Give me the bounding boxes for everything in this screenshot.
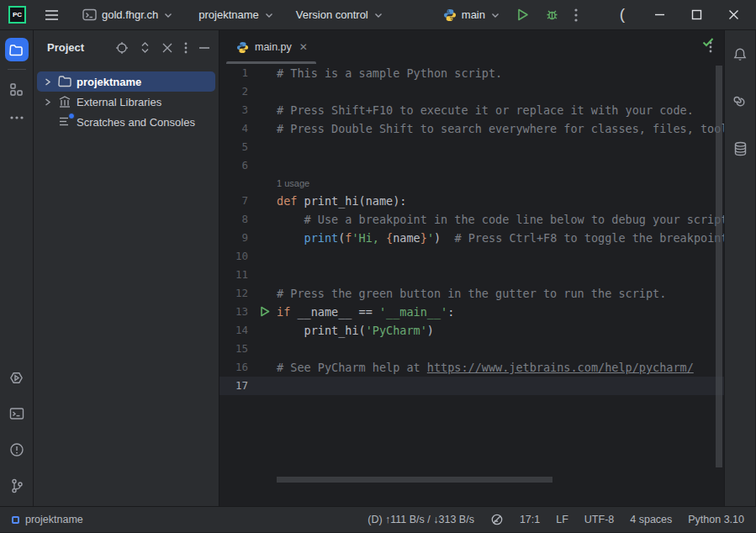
editor-column: main.py ✕ 1# This is a sample Python scr… xyxy=(219,30,724,506)
locate-file-icon[interactable] xyxy=(115,41,129,55)
tree-item-scratches[interactable]: Scratches and Consoles xyxy=(37,112,215,132)
line-separator-widget[interactable]: LF xyxy=(556,514,568,525)
run-configuration-selector[interactable]: main xyxy=(436,5,507,25)
maximize-button[interactable] xyxy=(682,3,711,27)
code-line[interactable]: 7def print_hi(name): xyxy=(219,192,724,210)
gutter-line-number[interactable]: 4 xyxy=(219,119,277,138)
gutter-line-number[interactable]: 16 xyxy=(219,358,277,377)
remote-host-selector[interactable]: gold.fhgr.ch xyxy=(76,5,180,24)
code-line[interactable]: 4# Press Double Shift to search everywhe… xyxy=(219,119,724,138)
minimize-button[interactable] xyxy=(645,3,674,27)
usage-inlay-hint[interactable]: 1 usage xyxy=(219,175,724,192)
code-line[interactable]: 2 xyxy=(219,82,724,101)
services-toolwindow-button[interactable] xyxy=(5,366,29,389)
status-bar: projektname (D) ↑111 B/s / ↓313 B/s 17:1… xyxy=(0,506,756,532)
database-button[interactable] xyxy=(728,137,752,161)
code-line-text: # See PyCharm help at https://www.jetbra… xyxy=(277,358,694,377)
vertical-scrollbar[interactable] xyxy=(716,66,722,467)
gutter-line-number[interactable]: 3 xyxy=(219,101,277,119)
statusbar-project-label: projektname xyxy=(25,514,83,525)
code-line[interactable]: 14 print_hi('PyCharm') xyxy=(219,321,724,340)
hamburger-menu-icon xyxy=(45,9,59,21)
indent-widget[interactable]: 4 spaces xyxy=(630,514,672,525)
tab-label: main.py xyxy=(255,41,292,53)
gutter-line-number[interactable]: 6 xyxy=(219,156,277,175)
run-line-icon[interactable] xyxy=(260,306,270,317)
interpreter-widget[interactable]: Python 3.10 xyxy=(688,514,744,525)
debug-button[interactable] xyxy=(538,4,566,25)
hide-window-icon[interactable]: ( xyxy=(608,3,637,26)
more-actions-button[interactable] xyxy=(568,5,584,25)
chevron-right-icon[interactable] xyxy=(40,95,54,108)
code-line-text: # Use a breakpoint in the code line belo… xyxy=(277,210,724,229)
encoding-widget[interactable]: UTF-8 xyxy=(584,514,614,525)
caret-position-widget[interactable]: 17:1 xyxy=(520,514,540,525)
project-toolwindow-button[interactable] xyxy=(5,38,29,61)
version-control-label: Version control xyxy=(296,8,368,21)
version-control-menu[interactable]: Version control xyxy=(289,5,390,24)
terminal-toolwindow-button[interactable] xyxy=(5,402,29,425)
project-selector[interactable]: projektname xyxy=(192,5,281,24)
code-line[interactable]: 16# See PyCharm help at https://www.jetb… xyxy=(219,358,724,377)
code-line[interactable]: 8 # Use a breakpoint in the code line be… xyxy=(219,210,724,229)
tree-item-label: External Libraries xyxy=(77,96,161,108)
code-line[interactable]: 15 xyxy=(219,340,724,358)
gutter-line-number[interactable]: 13 xyxy=(219,303,277,321)
code-line[interactable]: 11 xyxy=(219,266,724,284)
panel-options-icon[interactable] xyxy=(184,42,188,54)
gutter-line-number[interactable]: 14 xyxy=(219,321,277,340)
highlighting-level-icon[interactable] xyxy=(490,513,504,526)
tab-close-icon[interactable]: ✕ xyxy=(299,41,308,53)
code-line-text: # Press the green button in the gutter t… xyxy=(277,284,666,303)
collapse-all-icon[interactable] xyxy=(161,42,173,54)
ai-assistant-button[interactable] xyxy=(728,90,752,113)
project-color-icon xyxy=(12,516,19,524)
chevron-right-icon[interactable] xyxy=(40,75,54,88)
code-line-text: # This is a sample Python script. xyxy=(277,64,502,82)
code-line[interactable]: 13if __name__ == '__main__': xyxy=(219,303,724,321)
gutter-line-number[interactable]: 5 xyxy=(219,138,277,156)
structure-toolwindow-button[interactable] xyxy=(5,77,29,101)
more-toolwindows-button[interactable] xyxy=(5,106,29,129)
hide-panel-icon[interactable] xyxy=(198,46,210,50)
code-line[interactable]: 9 print(f'Hi, {name}') # Press Ctrl+F8 t… xyxy=(219,229,724,247)
problems-toolwindow-button[interactable] xyxy=(5,438,29,462)
gutter-line-number[interactable]: 7 xyxy=(219,192,277,210)
tab-main-py[interactable]: main.py ✕ xyxy=(226,30,316,64)
chevron-down-icon xyxy=(264,10,274,20)
close-button[interactable] xyxy=(719,3,748,27)
code-editor[interactable]: 1# This is a sample Python script.23# Pr… xyxy=(219,64,724,506)
folder-icon xyxy=(58,75,72,89)
gutter-line-number[interactable]: 11 xyxy=(219,266,277,284)
code-line[interactable]: 17 xyxy=(219,377,724,395)
code-line[interactable]: 5 xyxy=(219,138,724,156)
code-line-text: print(f'Hi, {name}') # Press Ctrl+F8 to … xyxy=(277,229,724,247)
expand-collapse-icon[interactable] xyxy=(140,41,151,54)
horizontal-scrollbar[interactable] xyxy=(277,477,552,483)
tree-item-projektname[interactable]: projektname xyxy=(37,71,215,92)
notifications-button[interactable] xyxy=(728,43,752,66)
gutter-line-number[interactable]: 1 xyxy=(219,64,277,82)
gutter-line-number[interactable]: 10 xyxy=(219,247,277,266)
code-line[interactable]: 6 xyxy=(219,156,724,175)
code-line[interactable]: 3# Press Shift+F10 to execute it or repl… xyxy=(219,101,724,119)
statusbar-project-widget[interactable]: projektname xyxy=(12,514,83,525)
run-configuration-label: main xyxy=(462,8,485,21)
gutter-line-number[interactable]: 8 xyxy=(219,210,277,229)
gutter-line-number[interactable]: 15 xyxy=(219,340,277,358)
project-panel-title: Project xyxy=(47,41,84,54)
git-toolwindow-button[interactable] xyxy=(5,474,29,498)
gutter-line-number[interactable]: 17 xyxy=(219,377,277,395)
run-button[interactable] xyxy=(509,4,537,25)
code-line[interactable]: 12# Press the green button in the gutter… xyxy=(219,284,724,303)
code-line[interactable]: 1# This is a sample Python script. xyxy=(219,64,724,82)
code-line[interactable]: 10 xyxy=(219,247,724,266)
tree-item-external-libraries[interactable]: External Libraries xyxy=(37,92,215,112)
main-menu-button[interactable] xyxy=(38,6,66,24)
pycharm-logo-icon: PC xyxy=(8,6,26,24)
gutter-line-number[interactable]: 2 xyxy=(219,82,277,101)
chevron-down-icon xyxy=(490,10,500,20)
gutter-line-number[interactable]: 9 xyxy=(219,229,277,247)
inspections-ok-icon[interactable] xyxy=(702,37,714,47)
gutter-line-number[interactable]: 12 xyxy=(219,284,277,303)
